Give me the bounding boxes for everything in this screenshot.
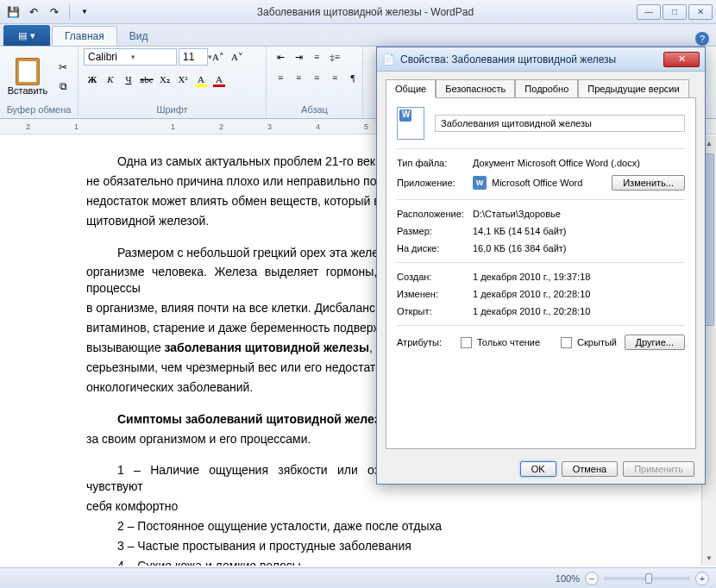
separator [69, 4, 70, 20]
zoom-in-button[interactable]: + [695, 572, 709, 585]
indent-decrease-button[interactable]: ⇤ [272, 48, 289, 66]
zoom-slider[interactable] [604, 577, 690, 580]
font-name-combo[interactable]: Calibri [84, 48, 177, 66]
list-item: 3 – Частые простывания и простудные забо… [86, 538, 569, 554]
tab-details[interactable]: Подробно [515, 79, 578, 98]
titlebar: 💾 ↶ ↷ ▼ Заболевания щитовидной железы - … [0, 0, 716, 24]
statusbar: 100% − + [0, 567, 716, 588]
change-app-button[interactable]: Изменить... [612, 175, 685, 191]
minimize-button[interactable]: — [637, 4, 661, 20]
scroll-down-icon[interactable]: ▼ [702, 551, 716, 566]
label-hidden: Скрытый [577, 337, 617, 347]
advanced-attributes-button[interactable]: Другие... [625, 335, 685, 350]
group-font: Calibri 11 A˄ A˅ Ж К Ч abc X₂ X² A A Шри… [79, 47, 267, 118]
label-filetype: Тип файла: [397, 158, 473, 168]
tab-home[interactable]: Главная [52, 26, 117, 46]
underline-button[interactable]: Ч [120, 71, 137, 88]
ribbon-tabs: ▤ ▾ Главная Вид ? [0, 24, 716, 47]
quick-access-toolbar: 💾 ↶ ↷ ▼ [3, 3, 94, 22]
zoom-out-button[interactable]: − [585, 572, 599, 585]
grow-font-button[interactable]: A˄ [210, 48, 227, 66]
cancel-button[interactable]: Отмена [562, 461, 618, 477]
dialog-footer: OK Отмена Применить [520, 461, 694, 477]
dialog-title: Свойства: Заболевания щитовидной железы [400, 53, 658, 66]
window-title: Заболевания щитовидной железы - WordPad [94, 6, 637, 18]
highlight-button[interactable]: A [192, 71, 210, 88]
app-menu-button[interactable]: ▤ ▾ [3, 25, 50, 46]
qat-dropdown-icon[interactable]: ▼ [75, 3, 94, 22]
label-attributes: Атрибуты: [397, 337, 455, 347]
value-app: Microsoft Office Word [492, 178, 582, 188]
properties-dialog: 📄 Свойства: Заболевания щитовидной желез… [376, 47, 706, 485]
label-location: Расположение: [397, 209, 473, 219]
italic-button[interactable]: К [102, 71, 119, 88]
strikethrough-button[interactable]: abc [138, 71, 155, 88]
list-item: 4 – Сухие кожа и ломкие волосы [86, 558, 569, 566]
superscript-button[interactable]: X² [174, 71, 192, 88]
label-modified: Изменен: [397, 289, 473, 299]
zoom-level: 100% [556, 573, 580, 584]
value-accessed: 1 декабря 2010 г., 20:28:10 [473, 306, 685, 316]
value-size: 14,1 КБ (14 514 байт) [473, 226, 685, 236]
label-accessed: Открыт: [397, 306, 473, 316]
filename-input[interactable]: Заболевания щитовидной железы [435, 115, 685, 132]
zoom-knob[interactable] [645, 573, 652, 584]
indent-increase-button[interactable]: ⇥ [290, 48, 307, 66]
dialog-titlebar[interactable]: 📄 Свойства: Заболевания щитовидной желез… [377, 47, 705, 72]
paragraph-dialog-button[interactable]: ¶ [344, 69, 361, 86]
group-label-clipboard: Буфер обмена [5, 104, 72, 116]
group-clipboard: Вставить ✂ ⧉ Буфер обмена [0, 47, 79, 118]
label-created: Создан: [397, 272, 473, 282]
font-color-button[interactable]: A [210, 71, 228, 88]
dialog-tabs: Общие Безопасность Подробно Предыдущие в… [386, 78, 696, 97]
label-size-on-disk: На диске: [397, 243, 473, 253]
ok-button[interactable]: OK [520, 461, 556, 477]
cut-icon[interactable]: ✂ [53, 59, 72, 76]
align-left-button[interactable]: ≡ [272, 69, 289, 86]
close-button[interactable]: ✕ [688, 4, 713, 20]
tab-view[interactable]: Вид [117, 27, 160, 46]
list-button[interactable]: ≡ [308, 48, 325, 66]
align-center-button[interactable]: ≡ [290, 69, 307, 86]
hidden-checkbox[interactable] [561, 337, 572, 348]
align-justify-button[interactable]: ≡ [326, 69, 343, 86]
paste-label: Вставить [8, 85, 48, 96]
paste-button[interactable]: Вставить [5, 50, 50, 103]
tab-general[interactable]: Общие [386, 79, 436, 98]
value-location: D:\Статьи\Здоровье [473, 209, 685, 219]
dialog-icon: 📄 [382, 53, 395, 66]
dialog-body: Общие Безопасность Подробно Предыдущие в… [377, 72, 705, 449]
align-right-button[interactable]: ≡ [308, 69, 325, 86]
window-controls: — □ ✕ [637, 4, 713, 20]
list-item: себя комфортно [86, 498, 569, 515]
label-readonly: Только чтение [477, 337, 540, 347]
value-modified: 1 декабря 2010 г., 20:28:10 [473, 289, 685, 299]
clipboard-icon [16, 58, 40, 85]
tab-previous-versions[interactable]: Предыдущие версии [578, 79, 688, 98]
redo-icon[interactable]: ↷ [45, 3, 64, 22]
line-spacing-button[interactable]: ‡≡ [326, 48, 343, 66]
help-icon[interactable]: ? [695, 32, 709, 46]
docx-file-icon [397, 107, 424, 140]
copy-icon[interactable]: ⧉ [53, 78, 72, 95]
shrink-font-button[interactable]: A˅ [229, 48, 246, 66]
value-filetype: Документ Microsoft Office Word (.docx) [473, 158, 685, 168]
apply-button[interactable]: Применить [623, 461, 694, 477]
list-item: 2 – Постоянное ощущение усталости, даже … [86, 518, 569, 535]
group-paragraph: ⇤ ⇥ ≡ ‡≡ ≡ ≡ ≡ ≡ ¶ Абзац [267, 47, 363, 118]
readonly-checkbox[interactable] [461, 337, 472, 348]
group-label-paragraph: Абзац [272, 104, 357, 116]
dialog-panel: Заболевания щитовидной железы Тип файла:… [386, 97, 696, 449]
font-size-combo[interactable]: 11 [179, 48, 208, 66]
group-label-font: Шрифт [84, 104, 261, 116]
save-icon[interactable]: 💾 [3, 3, 22, 22]
bold-button[interactable]: Ж [84, 71, 101, 88]
dialog-close-button[interactable]: ✕ [663, 52, 700, 67]
undo-icon[interactable]: ↶ [24, 3, 43, 22]
value-created: 1 декабря 2010 г., 19:37:18 [473, 272, 685, 282]
maximize-button[interactable]: □ [663, 4, 687, 20]
tab-security[interactable]: Безопасность [436, 79, 515, 98]
label-size: Размер: [397, 226, 473, 236]
subscript-button[interactable]: X₂ [156, 71, 173, 88]
value-size-on-disk: 16,0 КБ (16 384 байт) [473, 243, 685, 253]
